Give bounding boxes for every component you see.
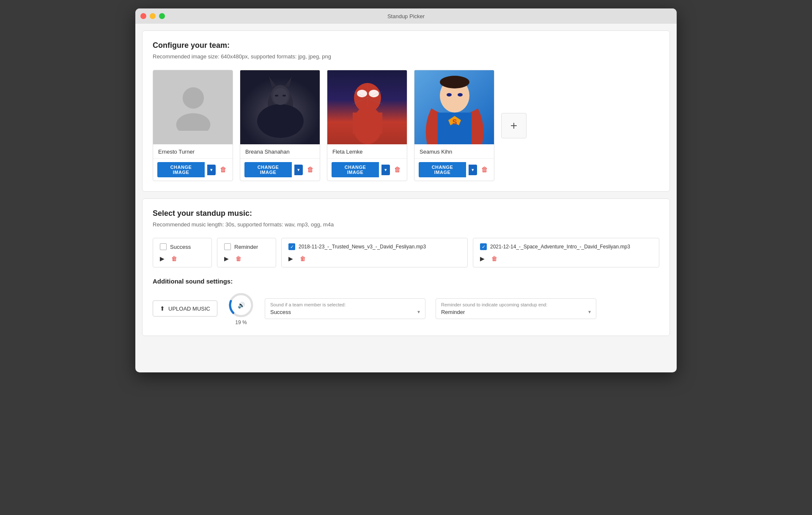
volume-label: 19 % (235, 319, 247, 325)
main-content: Configure your team: Recommended image s… (135, 30, 677, 336)
svg-point-16 (357, 90, 367, 97)
svg-rect-9 (275, 95, 278, 96)
music-delete-space[interactable]: 🗑 (491, 255, 497, 262)
card-name-1: Ernesto Turner (153, 144, 233, 159)
select-reminder-arrow: ▾ (588, 309, 591, 315)
play-button-reminder[interactable]: ▶ (224, 255, 229, 262)
avatar-placeholder-1 (153, 70, 233, 144)
card-name-4: Seamus Kihn (414, 144, 494, 159)
play-button-success[interactable]: ▶ (160, 255, 165, 262)
select-member-value: Success ▾ (270, 309, 420, 315)
app-window: Standup Picker Configure your team: Reco… (135, 8, 677, 372)
select-reminder-value: Reminder ▾ (441, 309, 591, 315)
delete-member-button-1[interactable]: 🗑 (218, 164, 228, 175)
close-button[interactable] (140, 13, 146, 19)
team-card-4: S Seamus Kihn CHANGE IMAGE ▾ (414, 70, 494, 181)
window-title: Standup Picker (387, 13, 425, 19)
card-actions-4: CHANGE IMAGE ▾ 🗑 (414, 159, 494, 181)
music-card-success: Success ▶ 🗑 (153, 238, 212, 267)
music-card-bottom-reminder: ▶ 🗑 (224, 255, 269, 262)
configure-title: Configure your team: (153, 41, 659, 50)
select-member-sound[interactable]: Sound if a team member is selected: Succ… (265, 298, 425, 319)
music-label-reminder: Reminder (234, 244, 258, 250)
svg-point-1 (176, 113, 211, 131)
superman-image: S (414, 70, 494, 144)
music-card-bottom-trusted: ▶ 🗑 (288, 255, 461, 262)
select-member-arrow: ▾ (417, 309, 420, 315)
change-image-button-3[interactable]: CHANGE IMAGE (332, 162, 379, 177)
music-section: Select your standup music: Recommended m… (142, 198, 670, 336)
card-actions-2: CHANGE IMAGE ▾ 🗑 (240, 159, 320, 181)
upload-icon: ⬆ (160, 305, 165, 312)
card-image-2 (240, 70, 320, 144)
delete-member-button-4[interactable]: 🗑 (480, 164, 490, 175)
upload-label: UPLOAD MUSIC (168, 306, 210, 312)
sound-settings-title: Additional sound settings: (153, 278, 659, 285)
checkbox-space[interactable] (480, 243, 487, 250)
titlebar-buttons (140, 13, 165, 19)
music-label-trusted: 2018-11-23_-_Trusted_News_v3_-_David_Fes… (299, 244, 426, 250)
svg-point-30 (458, 93, 463, 96)
music-card-top-reminder: Reminder (224, 243, 269, 250)
music-title: Select your standup music: (153, 209, 659, 218)
change-image-arrow-2[interactable]: ▾ (294, 165, 303, 175)
change-image-arrow-3[interactable]: ▾ (381, 165, 390, 175)
play-button-trusted[interactable]: ▶ (288, 255, 293, 262)
svg-point-0 (183, 87, 204, 108)
maximize-button[interactable] (159, 13, 165, 19)
change-image-arrow-1[interactable]: ▾ (207, 165, 216, 175)
svg-text:🔊: 🔊 (237, 302, 245, 309)
upload-music-button[interactable]: ⬆ UPLOAD MUSIC (153, 300, 217, 317)
music-card-top-space: 2021-12-14_-_Space_Adventure_Intro_-_Dav… (480, 243, 652, 250)
music-card-trusted: 2018-11-23_-_Trusted_News_v3_-_David_Fes… (281, 238, 468, 267)
checkbox-reminder[interactable] (224, 243, 231, 250)
change-image-button-1[interactable]: CHANGE IMAGE (157, 162, 205, 177)
change-image-button-2[interactable]: CHANGE IMAGE (244, 162, 292, 177)
sound-settings-row: ⬆ UPLOAD MUSIC 🔊 (153, 292, 659, 325)
music-delete-reminder[interactable]: 🗑 (236, 255, 241, 262)
titlebar: Standup Picker (135, 8, 677, 24)
add-member-button[interactable]: + (501, 113, 527, 138)
play-button-space[interactable]: ▶ (480, 255, 485, 262)
music-card-space: 2021-12-14_-_Space_Adventure_Intro_-_Dav… (473, 238, 659, 267)
music-label-space: 2021-12-14_-_Space_Adventure_Intro_-_Dav… (490, 244, 630, 250)
configure-subtitle: Recommended image size: 640x480px, suppo… (153, 53, 659, 60)
delete-member-button-3[interactable]: 🗑 (392, 164, 403, 175)
music-card-bottom-success: ▶ 🗑 (160, 255, 205, 262)
card-image-1 (153, 70, 233, 144)
spiderman-image (327, 70, 407, 144)
batman-image (240, 70, 320, 144)
select-member-label: Sound if a team member is selected: (270, 302, 420, 307)
music-delete-trusted[interactable]: 🗑 (300, 255, 306, 262)
volume-knob-container: 🔊 19 % (228, 292, 255, 325)
card-image-4: S (414, 70, 494, 144)
card-image-3 (327, 70, 407, 144)
music-subtitle: Recommended music length: 30s, supported… (153, 221, 659, 228)
svg-point-11 (275, 107, 285, 113)
music-delete-success[interactable]: 🗑 (171, 255, 177, 262)
card-name-3: Fleta Lemke (327, 144, 407, 159)
team-card-1: Ernesto Turner CHANGE IMAGE ▾ 🗑 (153, 70, 233, 181)
music-cards-container: Success ▶ 🗑 Reminder ▶ 🗑 (153, 238, 659, 267)
team-card-2: Breana Shanahan CHANGE IMAGE ▾ 🗑 (240, 70, 320, 181)
select-reminder-sound[interactable]: Reminder sound to indicate upcoming stan… (436, 298, 596, 319)
card-name-2: Breana Shanahan (240, 144, 320, 159)
svg-point-8 (273, 88, 288, 105)
team-cards-container: Ernesto Turner CHANGE IMAGE ▾ 🗑 (153, 70, 659, 181)
music-card-top-success: Success (160, 243, 205, 250)
checkbox-success[interactable] (160, 243, 167, 250)
svg-text:S: S (453, 118, 457, 126)
svg-rect-10 (283, 95, 286, 96)
svg-rect-22 (353, 113, 382, 134)
volume-knob[interactable]: 🔊 (228, 292, 255, 319)
team-card-3: Fleta Lemke CHANGE IMAGE ▾ 🗑 (327, 70, 407, 181)
change-image-arrow-4[interactable]: ▾ (469, 165, 477, 175)
music-label-success: Success (170, 244, 191, 250)
music-card-reminder: Reminder ▶ 🗑 (217, 238, 276, 267)
minimize-button[interactable] (150, 13, 156, 19)
change-image-button-4[interactable]: CHANGE IMAGE (419, 162, 466, 177)
music-card-top-trusted: 2018-11-23_-_Trusted_News_v3_-_David_Fes… (288, 243, 461, 250)
configure-section: Configure your team: Recommended image s… (142, 30, 670, 192)
delete-member-button-2[interactable]: 🗑 (305, 164, 315, 175)
checkbox-trusted[interactable] (288, 243, 295, 250)
